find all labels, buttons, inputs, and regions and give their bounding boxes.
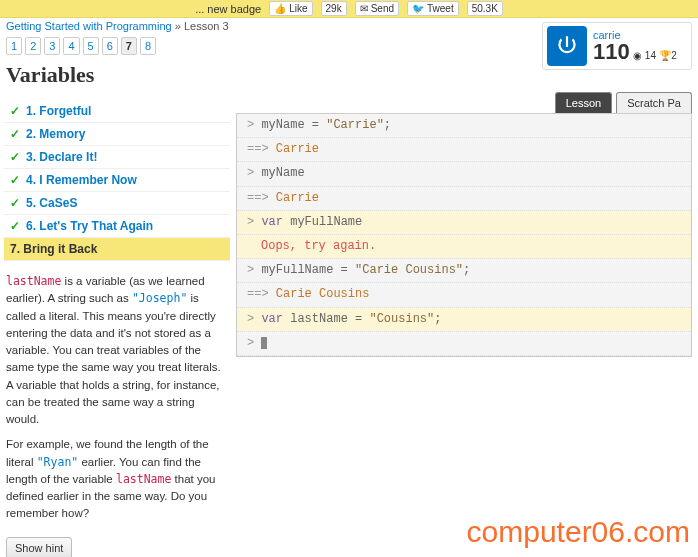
lesson-link: 4. I Remember Now <box>26 173 137 187</box>
lesson-link: 3. Declare It! <box>26 150 97 164</box>
pager-8[interactable]: 8 <box>140 37 156 55</box>
console-line: > myName <box>237 162 691 186</box>
lesson-item-5[interactable]: ✓5. CaSeS <box>4 192 230 215</box>
fb-like-button[interactable]: 👍 Like <box>269 1 312 16</box>
lesson-body: lastName is a variable (as we learned ea… <box>0 267 230 537</box>
pager-5[interactable]: 5 <box>83 37 99 55</box>
pager-3[interactable]: 3 <box>44 37 60 55</box>
code-lastname2: lastName <box>116 472 171 486</box>
check-icon: ✓ <box>10 127 20 141</box>
lesson-item-6[interactable]: ✓6. Let's Try That Again <box>4 215 230 238</box>
lesson-para-2: For example, we found the length of the … <box>6 436 224 522</box>
console-line: > myName = "Carrie"; <box>237 114 691 138</box>
check-icon: ✓ <box>10 104 20 118</box>
banner-text: ... new badge <box>195 3 261 15</box>
tab-lesson[interactable]: Lesson <box>555 92 612 113</box>
lesson-list: ✓1. Forgetful ✓2. Memory ✓3. Declare It!… <box>4 100 230 261</box>
lesson-item-3[interactable]: ✓3. Declare It! <box>4 146 230 169</box>
lesson-para-1: lastName is a variable (as we learned ea… <box>6 273 224 428</box>
console-prompt-line: > <box>237 332 691 356</box>
medals: ◉ 14 <box>633 50 656 61</box>
check-icon: ✓ <box>10 150 20 164</box>
pager-1[interactable]: 1 <box>6 37 22 55</box>
check-icon: ✓ <box>10 196 20 210</box>
lesson-link: 6. Let's Try That Again <box>26 219 153 233</box>
left-panel: 1 2 3 4 5 6 7 8 Variables ✓1. Forgetful … <box>0 34 236 557</box>
tweet-count: 50.3K <box>467 1 503 16</box>
watermark: computer06.com <box>467 515 690 549</box>
pager-7[interactable]: 7 <box>121 37 137 55</box>
show-hint-button[interactable]: Show hint <box>6 537 72 558</box>
fb-send-button[interactable]: ✉ Send <box>355 1 399 16</box>
console[interactable]: > myName = "Carrie"; ==> Carrie > myName… <box>236 113 692 357</box>
code-lastname: lastName <box>6 274 61 288</box>
score: 110 <box>593 39 630 64</box>
console-line: > var lastName = "Cousins"; <box>237 308 691 332</box>
console-line: ==> Carrie <box>237 187 691 211</box>
power-icon <box>554 33 580 59</box>
lesson-link: 1. Forgetful <box>26 104 91 118</box>
fb-like-count: 29k <box>321 1 347 16</box>
breadcrumb-course[interactable]: Getting Started with Programming <box>6 20 172 32</box>
console-line: > var myFullName <box>237 211 691 235</box>
right-panel: Lesson Scratch Pa > myName = "Carrie"; =… <box>236 34 698 357</box>
lesson-item-4[interactable]: ✓4. I Remember Now <box>4 169 230 192</box>
check-icon: ✓ <box>10 173 20 187</box>
console-line: ==> Carie Cousins <box>237 283 691 307</box>
console-line: ==> Carrie <box>237 138 691 162</box>
code-ryan: "Ryan" <box>37 455 79 469</box>
pager: 1 2 3 4 5 6 7 8 <box>0 34 230 58</box>
pager-4[interactable]: 4 <box>63 37 79 55</box>
console-error-line: Oops, try again. <box>237 235 691 259</box>
pager-2[interactable]: 2 <box>25 37 41 55</box>
lesson-item-1[interactable]: ✓1. Forgetful <box>4 100 230 123</box>
console-line: > myFullName = "Carie Cousins"; <box>237 259 691 283</box>
tab-scratch-pad[interactable]: Scratch Pa <box>616 92 692 113</box>
profile-box[interactable]: carrie 110 ◉ 14 🏆2 <box>542 22 692 70</box>
lesson-link: 5. CaSeS <box>26 196 77 210</box>
avatar <box>547 26 587 66</box>
lesson-item-2[interactable]: ✓2. Memory <box>4 123 230 146</box>
check-icon: ✓ <box>10 219 20 233</box>
breadcrumb-lesson: Lesson 3 <box>184 20 229 32</box>
code-joseph: "Joseph" <box>132 291 187 305</box>
page-title: Variables <box>0 58 230 92</box>
cursor-icon <box>261 337 267 349</box>
tweet-button[interactable]: 🐦 Tweet <box>407 1 459 16</box>
lesson-link: 2. Memory <box>26 127 85 141</box>
trophies: 🏆2 <box>659 50 677 61</box>
pager-6[interactable]: 6 <box>102 37 118 55</box>
top-banner: ... new badge 👍 Like 29k ✉ Send 🐦 Tweet … <box>0 0 698 18</box>
lesson-item-7-current[interactable]: 7. Bring it Back <box>4 238 230 261</box>
